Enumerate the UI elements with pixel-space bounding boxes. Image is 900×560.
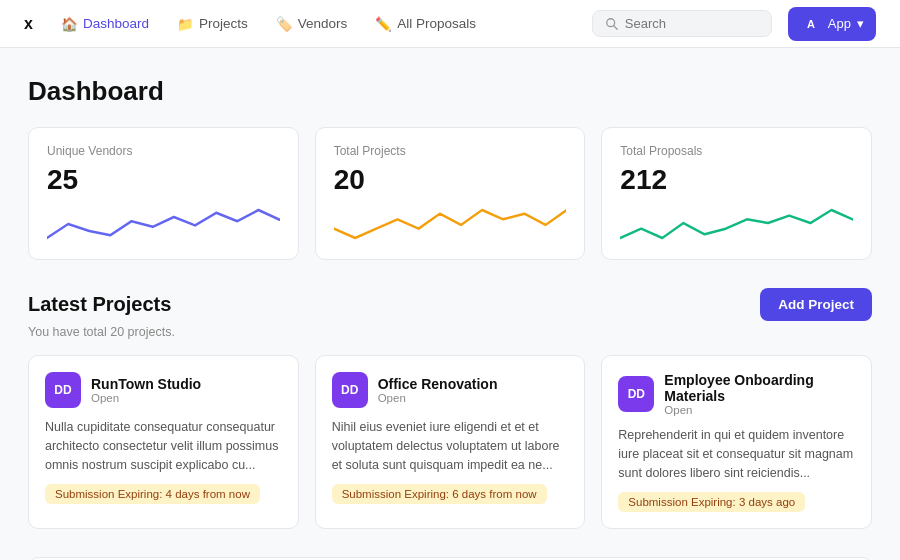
project-status: Open xyxy=(378,392,498,404)
navbar: x 🏠 Dashboard 📁 Projects 🏷️ Vendors ✏️ A… xyxy=(0,0,900,48)
stat-chart xyxy=(47,204,280,244)
project-avatar: DD xyxy=(45,372,81,408)
project-description: Reprehenderit in qui et quidem inventore… xyxy=(618,426,855,482)
stat-cards: Unique Vendors 25 Total Projects 20 Tota… xyxy=(28,127,872,260)
project-card-header: DD Employee Onboarding Materials Open xyxy=(618,372,855,416)
project-card-2[interactable]: DD Employee Onboarding Materials Open Re… xyxy=(601,355,872,529)
projects-subtitle: You have total 20 projects. xyxy=(28,325,872,339)
stat-chart xyxy=(620,204,853,244)
home-icon: 🏠 xyxy=(61,16,78,32)
nav-link-all-proposals[interactable]: ✏️ All Proposals xyxy=(363,10,488,38)
chevron-down-icon: ▾ xyxy=(857,16,864,31)
stat-value: 20 xyxy=(334,164,567,196)
project-card-0[interactable]: DD RunTown Studio Open Nulla cupiditate … xyxy=(28,355,299,529)
project-name: RunTown Studio xyxy=(91,376,201,392)
add-project-button[interactable]: Add Project xyxy=(760,288,872,321)
projects-icon: 📁 xyxy=(177,16,194,32)
stat-label: Total Proposals xyxy=(620,144,853,158)
projects-section-header: Latest Projects Add Project xyxy=(28,288,872,321)
stat-card-total-proposals: Total Proposals 212 xyxy=(601,127,872,260)
svg-line-1 xyxy=(614,25,618,29)
project-status: Open xyxy=(664,404,855,416)
project-card-header: DD RunTown Studio Open xyxy=(45,372,282,408)
edit-icon: ✏️ xyxy=(375,16,392,32)
project-description: Nihil eius eveniet iure eligendi et et e… xyxy=(332,418,569,474)
app-avatar: A xyxy=(800,13,822,35)
project-name: Office Renovation xyxy=(378,376,498,392)
nav-links: 🏠 Dashboard 📁 Projects 🏷️ Vendors ✏️ All… xyxy=(49,10,584,38)
stat-chart xyxy=(334,204,567,244)
nav-link-vendors[interactable]: 🏷️ Vendors xyxy=(264,10,360,38)
app-button[interactable]: A App ▾ xyxy=(788,7,876,41)
project-name: Employee Onboarding Materials xyxy=(664,372,855,404)
search-icon xyxy=(605,17,619,31)
stat-value: 25 xyxy=(47,164,280,196)
app-logo: x xyxy=(24,15,33,33)
stat-card-total-projects: Total Projects 20 xyxy=(315,127,586,260)
main-content: Dashboard Unique Vendors 25 Total Projec… xyxy=(0,48,900,560)
project-info: RunTown Studio Open xyxy=(91,376,201,404)
stat-label: Unique Vendors xyxy=(47,144,280,158)
vendors-icon: 🏷️ xyxy=(276,16,293,32)
nav-search-input[interactable] xyxy=(625,16,759,31)
project-badge: Submission Expiring: 4 days from now xyxy=(45,484,260,504)
project-info: Employee Onboarding Materials Open xyxy=(664,372,855,416)
project-cards: DD RunTown Studio Open Nulla cupiditate … xyxy=(28,355,872,529)
project-card-1[interactable]: DD Office Renovation Open Nihil eius eve… xyxy=(315,355,586,529)
project-avatar: DD xyxy=(618,376,654,412)
stat-label: Total Projects xyxy=(334,144,567,158)
project-badge: Submission Expiring: 6 days from now xyxy=(332,484,547,504)
page-title: Dashboard xyxy=(28,76,872,107)
project-avatar: DD xyxy=(332,372,368,408)
nav-link-projects[interactable]: 📁 Projects xyxy=(165,10,260,38)
stat-value: 212 xyxy=(620,164,853,196)
nav-search-box[interactable] xyxy=(592,10,772,37)
project-info: Office Renovation Open xyxy=(378,376,498,404)
nav-link-dashboard[interactable]: 🏠 Dashboard xyxy=(49,10,161,38)
project-description: Nulla cupiditate consequatur consequatur… xyxy=(45,418,282,474)
stat-card-unique-vendors: Unique Vendors 25 xyxy=(28,127,299,260)
project-card-header: DD Office Renovation Open xyxy=(332,372,569,408)
project-badge: Submission Expiring: 3 days ago xyxy=(618,492,805,512)
projects-section-title: Latest Projects xyxy=(28,293,171,316)
project-status: Open xyxy=(91,392,201,404)
